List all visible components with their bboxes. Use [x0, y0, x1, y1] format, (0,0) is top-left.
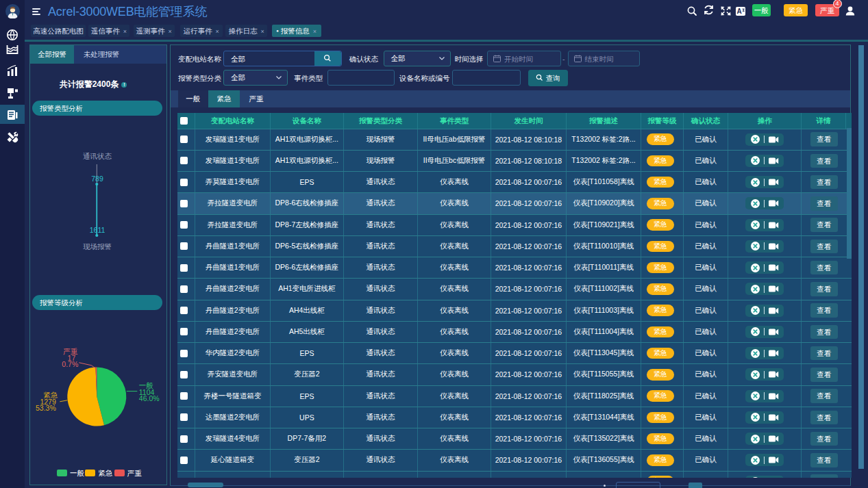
svg-text:53.3%: 53.3% [36, 404, 56, 412]
svg-text:46.0%: 46.0% [139, 394, 160, 402]
svg-text:A: A [736, 8, 741, 15]
svg-text:0.7%: 0.7% [62, 360, 78, 368]
